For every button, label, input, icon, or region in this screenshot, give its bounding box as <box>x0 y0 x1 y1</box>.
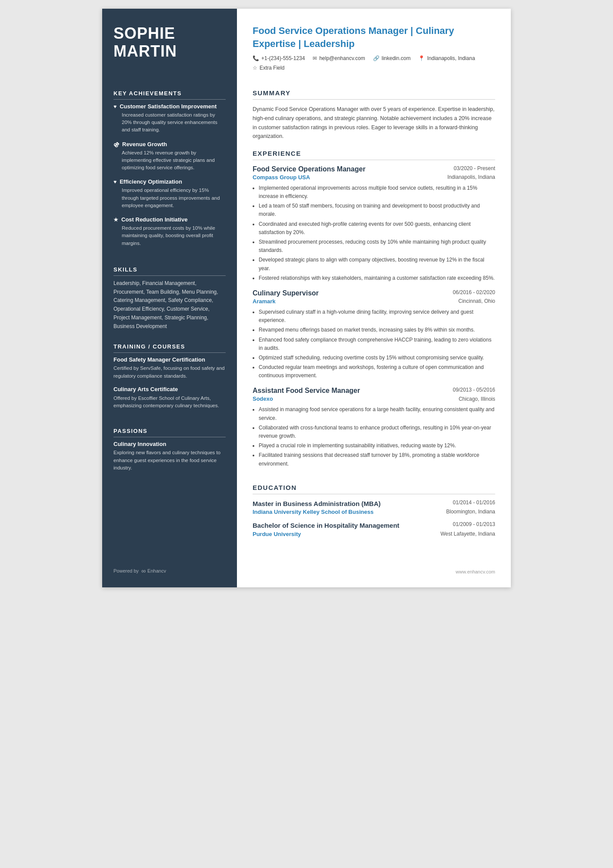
star-icon: ★ <box>113 217 118 223</box>
exp-bullets: Implemented operational improvements acr… <box>253 184 495 282</box>
exp-location: Chicago, Illinois <box>459 396 495 402</box>
exp-date: 09/2013 - 05/2016 <box>453 387 495 393</box>
bullet: Enhanced food safety compliance through … <box>259 336 495 352</box>
training-desc: Offered by Escoffier School of Culinary … <box>113 395 226 410</box>
bullet: Revamped menu offerings based on market … <box>259 326 495 334</box>
training-title: Food Safety Manager Certification <box>113 356 226 364</box>
bullet: Assisted in managing food service operat… <box>259 406 495 422</box>
achievement-desc: Achieved 12% revenue growth by implement… <box>113 149 226 172</box>
achievement-item: ♥ Customer Satisfaction Improvement Incr… <box>113 103 226 134</box>
edu-header: Master in Business Administration (MBA) … <box>253 499 495 508</box>
bullet: Streamlined procurement processes, reduc… <box>259 238 495 255</box>
contact-row: 📞 +1-(234)-555-1234 ✉ help@enhancv.com 🔗… <box>253 55 495 71</box>
exp-bullets: Supervised culinary staff in a high-volu… <box>253 308 495 380</box>
bullet: Collaborated with cross-functional teams… <box>259 424 495 440</box>
education-item: Bachelor of Science in Hospitality Manag… <box>253 521 495 537</box>
star-icon: ☆ <box>253 65 257 71</box>
summary-section-title: SUMMARY <box>253 89 495 100</box>
exp-date: 06/2016 - 02/2020 <box>453 289 495 295</box>
exp-header: Culinary Supervisor 06/2016 - 02/2020 <box>253 289 495 297</box>
phone-contact: 📞 +1-(234)-555-1234 <box>253 55 305 61</box>
exp-location: Cincinnati, Ohio <box>458 298 495 304</box>
experience-section-title: EXPERIENCE <box>253 150 495 160</box>
email-icon: ✉ <box>313 55 317 61</box>
achievement-title: ♥ Customer Satisfaction Improvement <box>113 103 226 110</box>
training-list: Food Safety Manager Certification Certif… <box>113 356 226 416</box>
passion-desc: Exploring new flavors and culinary techn… <box>113 449 226 472</box>
edu-date: 01/2009 - 01/2013 <box>453 521 495 527</box>
exp-bullets: Assisted in managing food service operat… <box>253 406 495 468</box>
achievement-title: ⚣ Revenue Growth <box>113 141 226 147</box>
achievement-desc: Reduced procurement costs by 10% while m… <box>113 225 226 247</box>
bullet: Conducted regular team meetings and work… <box>259 363 495 380</box>
exp-title: Assistant Food Service Manager <box>253 387 360 395</box>
achievements-section-title: KEY ACHIEVEMENTS <box>113 90 226 100</box>
bullet: Coordinated and executed high-profile ca… <box>259 220 495 237</box>
training-item: Food Safety Manager Certification Certif… <box>113 356 226 380</box>
exp-company: Aramark <box>253 298 276 305</box>
edu-header: Bachelor of Science in Hospitality Manag… <box>253 521 495 530</box>
exp-company: Compass Group USA <box>253 174 310 181</box>
sidebar: SOPHIE MARTIN KEY ACHIEVEMENTS ♥ Custome… <box>102 9 237 587</box>
exp-company-row: Aramark Cincinnati, Ohio <box>253 298 495 305</box>
person-icon: ⚣ <box>113 141 119 147</box>
infinity-icon: ∞ <box>141 567 146 574</box>
exp-date: 03/2020 - Present <box>454 165 495 171</box>
enhancv-logo: ∞ Enhancv <box>141 567 166 574</box>
education-section-title: EDUCATION <box>253 484 495 494</box>
education-item: Master in Business Administration (MBA) … <box>253 499 495 516</box>
edu-location: West Lafayette, Indiana <box>440 531 495 537</box>
exp-location: Indianapolis, Indiana <box>447 174 495 180</box>
exp-title: Food Service Operations Manager <box>253 165 366 173</box>
bullet: Developed strategic plans to align with … <box>259 256 495 272</box>
experience-item: Culinary Supervisor 06/2016 - 02/2020 Ar… <box>253 289 495 387</box>
phone-icon: 📞 <box>253 55 259 61</box>
training-item: Culinary Arts Certificate Offered by Esc… <box>113 386 226 409</box>
skills-section-title: SKILLS <box>113 266 226 276</box>
bullet: Led a team of 50 staff members, focusing… <box>259 202 495 218</box>
exp-header: Assistant Food Service Manager 09/2013 -… <box>253 387 495 395</box>
main-title: Food Service Operations Manager | Culina… <box>253 24 495 50</box>
achievement-item: ⚣ Revenue Growth Achieved 12% revenue gr… <box>113 141 226 172</box>
bullet: Optimized staff scheduling, reducing ove… <box>259 354 495 362</box>
sidebar-footer: Powered by ∞ Enhancv <box>113 554 226 574</box>
exp-company-row: Sodexo Chicago, Illinois <box>253 395 495 402</box>
link-icon: 🔗 <box>373 55 380 61</box>
location-contact: 📍 Indianapolis, Indiana <box>418 55 475 61</box>
edu-school: Indiana University Kelley School of Busi… <box>253 509 373 515</box>
training-title: Culinary Arts Certificate <box>113 386 226 393</box>
achievement-desc: Increased customer satisfaction ratings … <box>113 111 226 134</box>
passions-section-title: PASSIONS <box>113 428 226 437</box>
edu-degree: Master in Business Administration (MBA) <box>253 499 380 508</box>
edu-school-row: Indiana University Kelley School of Busi… <box>253 509 495 515</box>
summary-text: Dynamic Food Service Operations Manager … <box>253 105 495 141</box>
extra-contact: ☆ Extra Field <box>253 65 284 71</box>
achievements-list: ♥ Customer Satisfaction Improvement Incr… <box>113 103 226 254</box>
linkedin-contact[interactable]: 🔗 linkedin.com <box>373 55 411 61</box>
bullet: Played a crucial role in implementing su… <box>259 442 495 450</box>
resume-container: SOPHIE MARTIN KEY ACHIEVEMENTS ♥ Custome… <box>102 9 511 587</box>
edu-degree: Bachelor of Science in Hospitality Manag… <box>253 521 400 530</box>
achievement-title: ★ Cost Reduction Initiative <box>113 216 226 223</box>
edu-date: 01/2014 - 01/2016 <box>453 499 495 506</box>
achievement-item: ♥ Efficiency Optimization Improved opera… <box>113 178 226 209</box>
exp-header: Food Service Operations Manager 03/2020 … <box>253 165 495 173</box>
main-content: Food Service Operations Manager | Culina… <box>237 9 511 587</box>
email-contact: ✉ help@enhancv.com <box>313 55 365 61</box>
skills-text: Leadership, Financial Management, Procur… <box>113 279 226 331</box>
exp-title: Culinary Supervisor <box>253 289 319 297</box>
edu-school: Purdue University <box>253 531 301 537</box>
edu-school-row: Purdue University West Lafayette, Indian… <box>253 531 495 537</box>
candidate-name: SOPHIE MARTIN <box>113 24 226 60</box>
heart-icon: ♥ <box>113 179 117 185</box>
experience-item: Food Service Operations Manager 03/2020 … <box>253 165 495 289</box>
achievement-item: ★ Cost Reduction Initiative Reduced proc… <box>113 216 226 247</box>
bullet: Fostered relationships with key stakehol… <box>259 274 495 282</box>
edu-location: Bloomington, Indiana <box>446 509 495 515</box>
training-desc: Certified by ServSafe, focusing on food … <box>113 365 226 380</box>
passions-list: Culinary Innovation Exploring new flavor… <box>113 441 226 472</box>
experience-item: Assistant Food Service Manager 09/2013 -… <box>253 387 495 475</box>
bullet: Supervised culinary staff in a high-volu… <box>259 308 495 325</box>
training-section-title: TRAINING / COURSES <box>113 343 226 353</box>
bullet: Implemented operational improvements acr… <box>259 184 495 201</box>
